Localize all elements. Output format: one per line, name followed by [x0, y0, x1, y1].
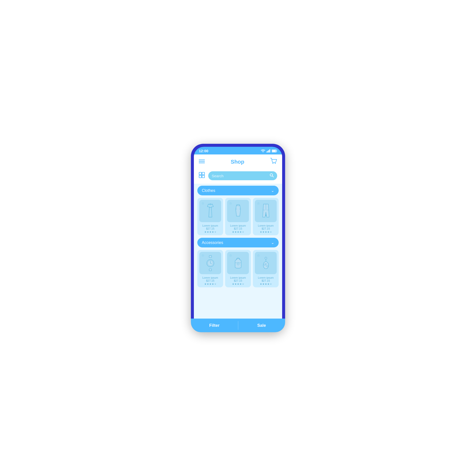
product-card-pants[interactable]: ☆ Lorem ipsum $27.15 ★ ★ ★	[253, 198, 279, 235]
svg-line-17	[272, 176, 274, 177]
product-card-bag[interactable]: ☆ Lorem ipsum $27.15 ★ ★	[225, 250, 251, 287]
star-2: ★	[207, 231, 209, 233]
star-2: ★	[262, 231, 265, 233]
svg-rect-1	[268, 151, 268, 152]
star-3: ★	[237, 283, 239, 285]
battery-icon	[272, 149, 277, 152]
star-2: ★	[235, 231, 237, 233]
bottom-bar: Filter Sale	[194, 319, 282, 329]
clothes-product-grid: ☆ Lorem ipsum $27.15 ★ ★ ★	[197, 198, 279, 235]
product-image-swimsuit: ☆	[227, 200, 249, 222]
star-2: ★	[262, 283, 265, 285]
product-stars-swimsuit: ★ ★ ★ ★ ★	[232, 231, 244, 233]
svg-rect-19	[209, 255, 211, 257]
star-1: ★	[260, 231, 262, 233]
grid-view-button[interactable]	[199, 172, 205, 179]
product-price-watch: $27.15	[206, 279, 214, 282]
svg-rect-6	[277, 150, 277, 151]
product-stars-pants: ★ ★ ★ ★ ★	[260, 231, 272, 233]
product-image-earring: ☆	[255, 252, 277, 274]
star-1: ★	[204, 283, 207, 285]
accessories-category-header[interactable]: Accessories ⌄	[197, 238, 279, 247]
dress-icon	[204, 203, 217, 219]
favorite-icon-watch[interactable]: ☆	[201, 253, 205, 257]
product-price-swimsuit: $27.15	[234, 227, 242, 230]
product-card-earring[interactable]: ☆ Lorem ipsum $27.15	[253, 250, 279, 287]
favorite-icon-bag[interactable]: ☆	[229, 253, 232, 257]
svg-point-10	[272, 163, 273, 164]
clothes-category-label: Clothes	[202, 188, 215, 193]
svg-rect-20	[209, 269, 211, 271]
product-card-dress[interactable]: ☆ Lorem ipsum $27.15 ★ ★ ★	[197, 198, 223, 235]
product-stars-bag: ★ ★ ★ ★ ★	[232, 283, 244, 285]
phone-screen: 12:00	[194, 147, 282, 329]
signal-icon	[267, 149, 270, 152]
favorite-icon-pants[interactable]: ☆	[257, 201, 260, 205]
cart-button[interactable]	[270, 158, 277, 166]
search-row	[194, 169, 282, 184]
accessories-product-grid: ☆ Lorem ipsum $27.15	[197, 250, 279, 287]
svg-rect-14	[199, 175, 202, 178]
star-1: ★	[204, 231, 207, 233]
product-card-watch[interactable]: ☆ Lorem ipsum $27.15	[197, 250, 223, 287]
svg-rect-13	[202, 172, 205, 175]
star-4: ★	[212, 283, 214, 285]
svg-rect-12	[199, 172, 202, 175]
star-4: ★	[239, 283, 242, 285]
app-header: Shop	[194, 154, 282, 169]
star-1: ★	[232, 283, 234, 285]
clothes-chevron-icon: ⌄	[271, 188, 274, 193]
star-3: ★	[209, 231, 211, 233]
favorite-icon-earring[interactable]: ☆	[257, 253, 260, 257]
bag-icon	[231, 255, 245, 271]
product-name-watch: Lorem ipsum	[202, 276, 218, 279]
product-stars-dress: ★ ★ ★ ★ ★	[204, 231, 216, 233]
status-time: 12:00	[199, 149, 208, 153]
favorite-icon-dress[interactable]: ☆	[201, 201, 205, 205]
product-card-swimsuit[interactable]: ☆ Lorem ipsum $27.15 ★ ★ ★	[225, 198, 251, 235]
svg-point-27	[265, 257, 267, 259]
product-name-earring: Lorem ipsum	[258, 276, 274, 279]
favorite-icon-swimsuit[interactable]: ☆	[229, 201, 232, 205]
svg-rect-15	[202, 175, 205, 178]
star-3: ★	[265, 283, 267, 285]
search-bar[interactable]	[208, 171, 277, 180]
star-5: ★	[242, 231, 244, 233]
pants-icon	[259, 203, 273, 219]
star-3: ★	[209, 283, 211, 285]
search-icon	[270, 173, 274, 178]
filter-button[interactable]: Filter	[194, 319, 238, 329]
star-3: ★	[265, 231, 267, 233]
product-image-pants: ☆	[255, 200, 277, 222]
product-image-bag: ☆	[227, 252, 249, 274]
product-price-pants: $27.15	[262, 227, 270, 230]
star-1: ★	[232, 231, 234, 233]
product-name-bag: Lorem ipsum	[230, 276, 246, 279]
star-2: ★	[207, 283, 209, 285]
clothes-category-header[interactable]: Clothes ⌄	[197, 186, 279, 195]
star-4: ★	[212, 231, 214, 233]
earring-icon	[259, 255, 273, 271]
star-5: ★	[214, 231, 216, 233]
svg-point-11	[275, 163, 276, 164]
star-5: ★	[270, 283, 272, 285]
status-icons	[261, 149, 277, 152]
product-image-watch: ☆	[199, 252, 221, 274]
star-5: ★	[270, 231, 272, 233]
search-input[interactable]	[212, 174, 268, 178]
star-4: ★	[267, 231, 269, 233]
product-image-dress: ☆	[199, 200, 221, 222]
svg-rect-2	[268, 150, 269, 152]
accessories-category-label: Accessories	[202, 240, 223, 245]
sale-button[interactable]: Sale	[238, 319, 282, 329]
watch-icon	[204, 255, 217, 271]
star-4: ★	[239, 231, 242, 233]
star-2: ★	[235, 283, 237, 285]
svg-rect-3	[269, 149, 270, 152]
swimsuit-icon	[231, 203, 245, 219]
product-name-pants: Lorem ipsum	[258, 224, 274, 227]
status-bar: 12:00	[194, 147, 282, 154]
page-title: Shop	[231, 159, 244, 165]
menu-button[interactable]	[199, 159, 205, 165]
star-1: ★	[260, 283, 262, 285]
